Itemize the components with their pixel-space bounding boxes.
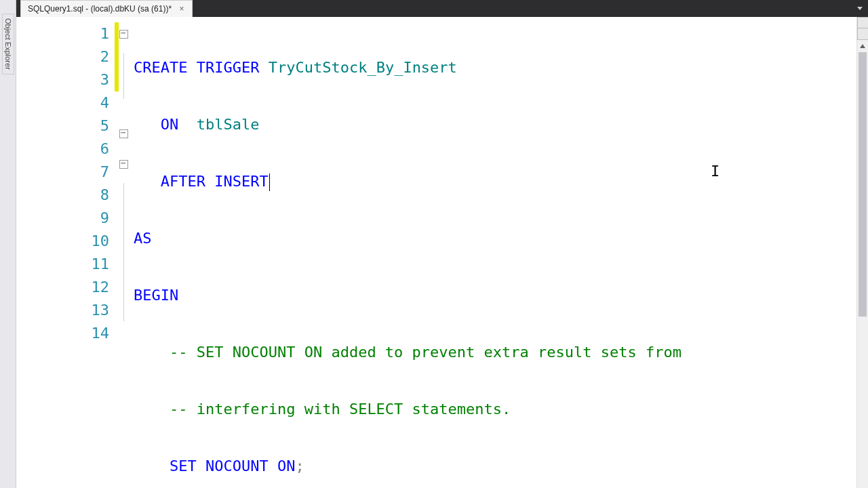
fold-toggle[interactable]: [119, 30, 128, 39]
code-line[interactable]: ON tblSale: [131, 113, 856, 136]
close-icon[interactable]: ×: [177, 4, 186, 14]
fold-toggle[interactable]: [119, 160, 128, 169]
line-number: 14: [16, 322, 115, 345]
ibeam-cursor-icon: I: [711, 163, 719, 180]
code-text-area[interactable]: CREATE TRIGGER TryCutStock_By_Insert ON …: [131, 17, 856, 488]
line-number: 12: [16, 276, 115, 299]
line-number: 2: [16, 45, 115, 68]
fold-strip: [119, 17, 131, 488]
line-number: 8: [16, 184, 115, 207]
object-explorer-panel: Object Explorer: [0, 0, 16, 488]
object-explorer-tab[interactable]: Object Explorer: [2, 14, 14, 75]
text-caret: [269, 174, 270, 191]
chevron-up-icon: [860, 44, 865, 48]
document-tab-title: SQLQuery1.sql - (local).dbKU (sa (61))*: [28, 4, 172, 14]
fold-toggle[interactable]: [119, 129, 128, 138]
tab-overflow[interactable]: [857, 0, 868, 17]
code-line[interactable]: BEGIN: [131, 284, 856, 307]
line-number-gutter: 1 2 3 4 5 6 7 8 9 10 11 12 13 14: [16, 17, 115, 488]
code-line[interactable]: AS: [131, 227, 856, 250]
code-line[interactable]: SET NOCOUNT ON;: [131, 455, 856, 478]
chevron-down-icon[interactable]: [857, 7, 863, 10]
code-editor: 1 2 3 4 5 6 7 8 9 10 11 12 13 14 CREATE …: [16, 17, 868, 488]
main-area: SQLQuery1.sql - (local).dbKU (sa (61))* …: [16, 0, 868, 488]
document-tab[interactable]: SQLQuery1.sql - (local).dbKU (sa (61))* …: [20, 0, 193, 17]
code-line[interactable]: AFTER INSERT: [131, 170, 856, 193]
line-number: 10: [16, 230, 115, 253]
scroll-up-button[interactable]: [857, 40, 868, 52]
line-number: 1: [16, 22, 115, 45]
line-number: 5: [16, 115, 115, 138]
line-number: 9: [16, 207, 115, 230]
line-number: 11: [16, 253, 115, 276]
line-number: 13: [16, 299, 115, 322]
line-number: 6: [16, 138, 115, 161]
tab-bar: SQLQuery1.sql - (local).dbKU (sa (61))* …: [16, 0, 868, 17]
line-number: 3: [16, 68, 115, 92]
split-handle[interactable]: [857, 28, 868, 40]
line-number: 4: [16, 92, 115, 115]
scroll-thumb[interactable]: [859, 52, 867, 317]
code-line[interactable]: -- interfering with SELECT statements.: [131, 398, 856, 421]
split-handle[interactable]: [857, 17, 868, 28]
code-line[interactable]: CREATE TRIGGER TryCutStock_By_Insert: [131, 56, 856, 79]
code-line[interactable]: -- SET NOCOUNT ON added to prevent extra…: [131, 341, 856, 364]
line-number: 7: [16, 161, 115, 184]
vertical-scrollbar[interactable]: [856, 17, 868, 488]
